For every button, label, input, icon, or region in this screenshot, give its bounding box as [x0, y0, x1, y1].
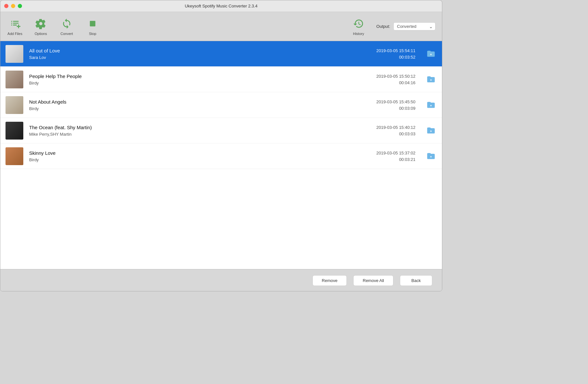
track-artist: Birdy [29, 81, 351, 85]
track-thumbnail [6, 71, 23, 88]
track-title: The Ocean (feat. Shy Martin) [29, 125, 351, 130]
open-folder-icon[interactable] [425, 48, 437, 60]
track-artist: Birdy [29, 157, 351, 162]
svg-point-1 [430, 54, 432, 55]
track-datetime: 2019-03-05 15:45:50 [376, 99, 415, 104]
window-title: Ukeysoft Spotify Music Converter 2.3.4 [185, 4, 258, 8]
maximize-button[interactable] [18, 4, 22, 8]
track-title: Not About Angels [29, 99, 351, 105]
svg-rect-0 [90, 21, 96, 26]
window-controls [4, 4, 22, 8]
track-row[interactable]: Skinny Love Birdy 2019-03-05 15:37:02 00… [0, 143, 442, 169]
bottom-bar: Remove Remove All Back [0, 269, 442, 291]
convert-button[interactable]: Convert [59, 17, 75, 36]
svg-point-5 [430, 156, 432, 158]
track-duration: 00:04:16 [399, 80, 415, 85]
track-meta: 2019-03-05 15:54:11 00:03:52 [351, 48, 415, 60]
close-button[interactable] [4, 4, 8, 8]
toolbar: Add Files Options Convert Stop [0, 12, 442, 41]
add-files-label: Add Files [7, 32, 22, 36]
track-datetime: 2019-03-05 15:54:11 [376, 48, 415, 53]
track-artist: Sara Lov [29, 55, 351, 60]
convert-icon [61, 17, 73, 30]
open-folder-icon[interactable] [425, 99, 437, 111]
track-datetime: 2019-03-05 15:50:12 [376, 74, 415, 79]
remove-all-button[interactable]: Remove All [353, 275, 393, 286]
track-thumbnail [6, 96, 23, 114]
track-thumbnail [6, 147, 23, 165]
title-bar: Ukeysoft Spotify Music Converter 2.3.4 [0, 0, 442, 12]
output-area: Output: Converted [376, 22, 435, 30]
output-select[interactable]: Converted [393, 22, 435, 30]
track-duration: 00:03:03 [399, 131, 415, 136]
remove-button[interactable]: Remove [312, 275, 347, 286]
convert-label: Convert [61, 32, 73, 36]
track-info: The Ocean (feat. Shy Martin) Mike Perry,… [29, 125, 351, 137]
add-files-button[interactable]: Add Files [7, 17, 23, 36]
back-button[interactable]: Back [400, 275, 432, 286]
track-artist: Birdy [29, 106, 351, 111]
svg-point-3 [430, 105, 432, 107]
track-title: People Help The People [29, 73, 351, 79]
track-info: Not About Angels Birdy [29, 99, 351, 111]
track-info: People Help The People Birdy [29, 73, 351, 85]
output-label: Output: [376, 24, 390, 29]
track-datetime: 2019-03-05 15:37:02 [376, 151, 415, 155]
history-icon [352, 17, 365, 30]
track-row[interactable]: The Ocean (feat. Shy Martin) Mike Perry,… [0, 118, 442, 143]
options-label: Options [35, 32, 47, 36]
track-title: Skinny Love [29, 150, 351, 156]
add-files-icon [9, 17, 21, 30]
track-row[interactable]: Not About Angels Birdy 2019-03-05 15:45:… [0, 92, 442, 118]
track-meta: 2019-03-05 15:50:12 00:04:16 [351, 74, 415, 85]
track-info: All out of Love Sara Lov [29, 48, 351, 60]
svg-point-4 [430, 130, 432, 132]
track-duration: 00:03:09 [399, 106, 415, 111]
track-list: All out of Love Sara Lov 2019-03-05 15:5… [0, 41, 442, 269]
output-select-wrapper[interactable]: Converted [393, 22, 435, 30]
track-meta: 2019-03-05 15:40:12 00:03:03 [351, 125, 415, 136]
options-button[interactable]: Options [33, 17, 49, 36]
stop-icon [86, 17, 99, 30]
history-button[interactable]: History [350, 17, 367, 36]
track-meta: 2019-03-05 15:37:02 00:03:21 [351, 151, 415, 162]
track-meta: 2019-03-05 15:45:50 00:03:09 [351, 99, 415, 111]
track-duration: 00:03:21 [399, 157, 415, 162]
open-folder-icon[interactable] [425, 150, 437, 162]
open-folder-icon[interactable] [425, 125, 437, 136]
track-datetime: 2019-03-05 15:40:12 [376, 125, 415, 130]
stop-label: Stop [89, 32, 96, 36]
stop-button[interactable]: Stop [85, 17, 101, 36]
open-folder-icon[interactable] [425, 73, 437, 85]
svg-point-2 [430, 79, 432, 81]
track-row[interactable]: All out of Love Sara Lov 2019-03-05 15:5… [0, 41, 442, 67]
track-info: Skinny Love Birdy [29, 150, 351, 162]
track-thumbnail [6, 122, 23, 140]
track-title: All out of Love [29, 48, 351, 53]
minimize-button[interactable] [11, 4, 15, 8]
track-duration: 00:03:52 [399, 55, 415, 60]
history-label: History [353, 32, 364, 36]
track-artist: Mike Perry,SHY Martin [29, 132, 351, 137]
track-thumbnail [6, 45, 23, 63]
track-row[interactable]: People Help The People Birdy 2019-03-05 … [0, 67, 442, 92]
options-icon [35, 17, 47, 30]
